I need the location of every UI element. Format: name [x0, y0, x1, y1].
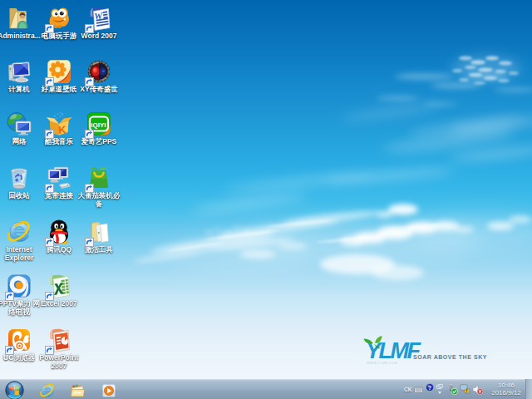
svg-text:WWW.YLMF.COM: WWW.YLMF.COM [367, 362, 397, 365]
svg-text:SOAR ABOVE THE SKY: SOAR ABOVE THE SKY [413, 354, 487, 360]
svg-text:K: K [58, 123, 67, 136]
svg-text:YLMF: YLMF [366, 338, 421, 363]
svg-text:?: ? [428, 385, 431, 391]
svg-text:iQIYI: iQIYI [91, 121, 106, 129]
